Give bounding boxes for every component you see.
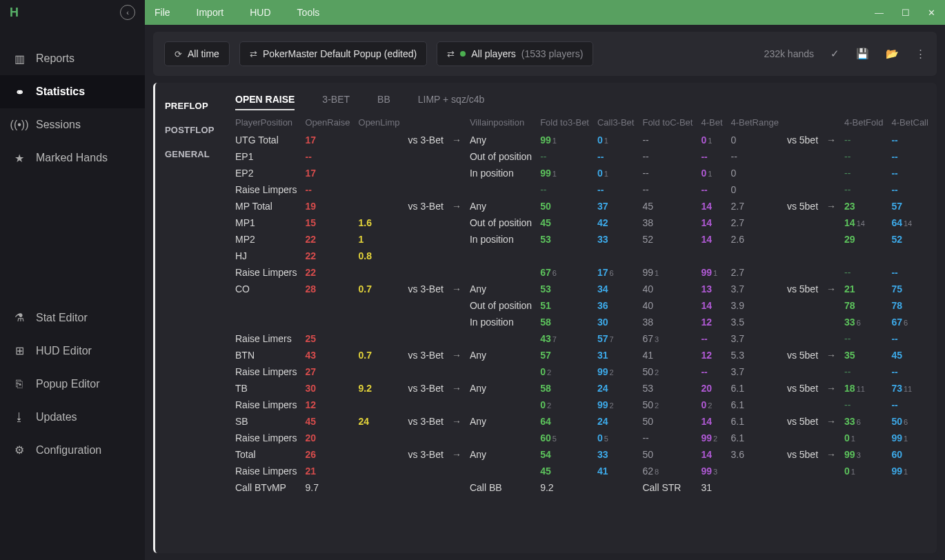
vs-3bet-label: vs 3-Bet — [404, 413, 448, 430]
nav-label: HUD Editor — [36, 345, 92, 357]
window-close-icon[interactable]: ✕ — [928, 8, 935, 18]
menu-item-hud[interactable]: HUD — [250, 7, 270, 18]
col-call3-bet: Call3-Bet — [593, 110, 638, 132]
fold-to-cbet: -- — [638, 181, 697, 198]
4bet-call: 60 — [887, 446, 933, 463]
vs-5bet-label — [783, 363, 822, 380]
sidebar-nav-top: ▥Reports⚭Statistics((•))Sessions★Marked … — [0, 42, 145, 301]
open-limp — [355, 165, 404, 181]
sidebar-item-configuration[interactable]: ⚙Configuration — [0, 434, 145, 467]
4bet: -- — [697, 330, 726, 347]
menu-item-import[interactable]: Import — [197, 7, 224, 18]
fold-to-cbet: -- — [638, 165, 697, 181]
4bet-fold: 35 — [840, 347, 887, 363]
open-limp: 1.6 — [355, 214, 404, 231]
fold-to-cbet: 40 — [638, 281, 697, 297]
nav-label: Configuration — [36, 444, 101, 457]
nav-icon: ⚙ — [12, 443, 26, 457]
nav-label: Reports — [36, 52, 74, 65]
sidebar: H ‹ ▥Reports⚭Statistics((•))Sessions★Mar… — [0, 0, 145, 560]
villain-position — [466, 264, 536, 281]
4bet-call: 506 — [887, 413, 933, 430]
menu-item-tools[interactable]: Tools — [297, 7, 320, 18]
stat-tab-open-raise[interactable]: OPEN RAISE — [235, 94, 295, 110]
villain-position: Any — [466, 347, 536, 363]
call-3bet: 42 — [593, 214, 638, 231]
footer-label: Call STR — [638, 479, 697, 496]
sidebar-collapse-button[interactable]: ‹ — [120, 5, 135, 20]
4bet-range — [727, 463, 783, 479]
open-raise: 43 — [301, 347, 354, 363]
4bet-range: 3.6 — [727, 446, 783, 463]
open-limp: 9.2 — [355, 380, 404, 397]
4bet: -- — [697, 148, 726, 165]
open-limp — [355, 148, 404, 165]
4bet-range: 2.7 — [727, 264, 783, 281]
4bet: 993 — [697, 463, 726, 479]
sidebar-item-marked-hands[interactable]: ★Marked Hands — [0, 141, 145, 174]
fold-to-3bet: 45 — [536, 214, 593, 231]
check-icon[interactable]: ✓ — [830, 48, 839, 60]
stat-tab-3-bet[interactable]: 3-BET — [322, 94, 350, 110]
open-raise: 12 — [301, 397, 354, 413]
vs-5bet-label — [783, 181, 822, 198]
window-minimize-icon[interactable]: — — [875, 8, 884, 18]
subnav-general[interactable]: GENERAL — [155, 142, 231, 166]
villain-position: In position — [466, 165, 536, 181]
arrow-icon: → — [822, 380, 840, 397]
call-3bet: 05 — [593, 430, 638, 446]
open-limp — [355, 363, 404, 380]
4bet-fold: 78 — [840, 297, 887, 314]
col-villainposition: Villainposition — [466, 110, 536, 132]
arrow-icon — [448, 181, 466, 198]
stat-tab-bb[interactable]: BB — [377, 94, 390, 110]
vs-3bet-label — [404, 463, 448, 479]
arrow-icon — [448, 397, 466, 413]
vs-5bet-label: vs 5bet — [783, 132, 822, 148]
fold-to-3bet: 51 — [536, 297, 593, 314]
call-3bet: 31 — [593, 347, 638, 363]
window-maximize-icon[interactable]: ☐ — [902, 8, 910, 18]
open-folder-icon[interactable]: 📂 — [886, 48, 899, 60]
4bet-call: 6414 — [887, 214, 933, 231]
sidebar-item-reports[interactable]: ▥Reports — [0, 42, 145, 75]
sidebar-item-statistics[interactable]: ⚭Statistics — [0, 75, 145, 108]
fold-to-3bet: 64 — [536, 413, 593, 430]
arrow-icon — [448, 330, 466, 347]
stat-tabs: OPEN RAISE3-BETBBLIMP + sqz/c4b — [231, 87, 933, 110]
arrow-icon: → — [822, 198, 840, 214]
time-range-selector[interactable]: ⟳ All time — [164, 41, 230, 66]
player-position: Raise Limpers — [231, 181, 301, 198]
save-icon[interactable]: 💾 — [856, 48, 869, 60]
popup-selector[interactable]: ⇄ PokerMaster Default Popup (edited) — [239, 41, 427, 66]
4bet-call: -- — [887, 132, 933, 148]
vs-3bet-label: vs 3-Bet — [404, 132, 448, 148]
open-raise — [301, 297, 354, 314]
open-limp — [355, 463, 404, 479]
sidebar-item-stat-editor[interactable]: ⚗Stat Editor — [0, 301, 145, 334]
more-menu-icon[interactable]: ⋮ — [915, 48, 926, 60]
player-position: TB — [231, 380, 301, 397]
call-3bet: 992 — [593, 363, 638, 380]
fold-to-cbet: 38 — [638, 314, 697, 330]
player-position: Raise Limpers — [231, 264, 301, 281]
open-raise: 21 — [301, 463, 354, 479]
subnav-preflop[interactable]: PREFLOP — [155, 94, 231, 118]
4bet-fold: -- — [840, 132, 887, 148]
arrow-icon — [448, 148, 466, 165]
subnav-postflop[interactable]: POSTFLOP — [155, 118, 231, 142]
sidebar-item-popup-editor[interactable]: ⎘Popup Editor — [0, 368, 145, 401]
menu-item-file[interactable]: File — [155, 7, 170, 18]
players-selector[interactable]: ⇄ All players (1533 players) — [437, 41, 593, 66]
sidebar-item-sessions[interactable]: ((•))Sessions — [0, 108, 145, 141]
vs-5bet-label — [783, 248, 822, 264]
sidebar-item-hud-editor[interactable]: ⊞HUD Editor — [0, 334, 145, 368]
arrow-icon — [822, 297, 840, 314]
stat-tab-limp-sqz-c4b[interactable]: LIMP + sqz/c4b — [418, 94, 485, 110]
nav-label: Popup Editor — [36, 378, 100, 390]
open-limp: 24 — [355, 413, 404, 430]
vs-3bet-label — [404, 181, 448, 198]
player-position: MP2 — [231, 231, 301, 248]
sidebar-item-updates[interactable]: ⭳Updates — [0, 401, 145, 434]
arrow-icon: → — [448, 132, 466, 148]
